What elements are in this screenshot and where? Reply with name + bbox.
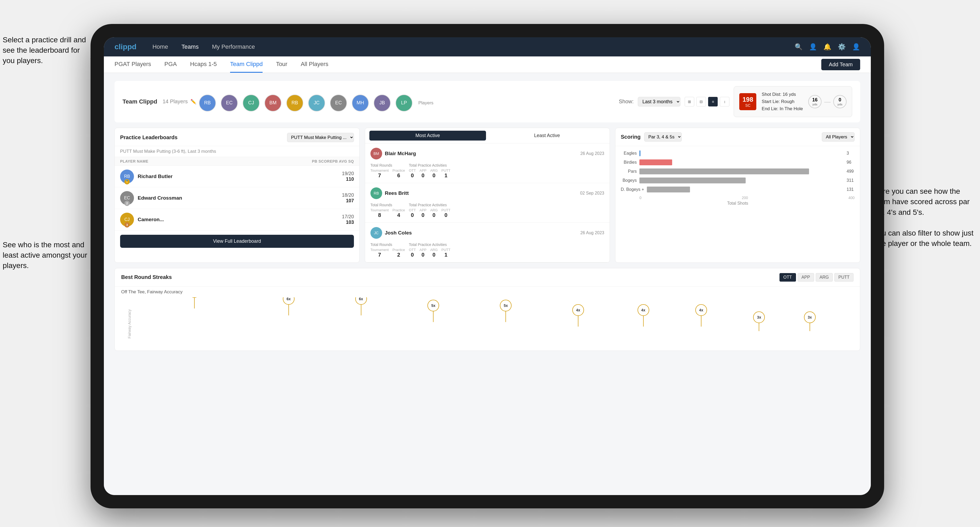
player-avatar-8[interactable]: MH xyxy=(352,94,369,111)
activity-card: Most Active Least Active BM Blair McHarg… xyxy=(365,128,610,263)
streaks-section: Best Round Streaks OTT APP ARG PUTT Off … xyxy=(115,268,860,351)
view-grid-icon[interactable]: ⊞ xyxy=(685,97,694,106)
scoring-title: Scoring xyxy=(621,134,641,140)
bell-icon[interactable]: 🔔 xyxy=(823,43,831,51)
nav-teams[interactable]: Teams xyxy=(181,43,199,50)
tab-most-active[interactable]: Most Active xyxy=(369,131,486,141)
subnav-pgat[interactable]: PGAT Players xyxy=(115,56,151,73)
streak-bubble-3: 6x xyxy=(355,297,367,316)
act-name-3: Josh Coles xyxy=(385,230,412,236)
act-stats-3: Total Rounds Tournament 7 Practice 2 xyxy=(371,243,604,258)
subnav-hcaps[interactable]: Hcaps 1-5 xyxy=(190,56,217,73)
act-date-1: 26 Aug 2023 xyxy=(580,151,604,156)
view-table-icon[interactable]: ⊟ xyxy=(696,97,706,106)
subnav-team-clippd[interactable]: Team Clippd xyxy=(230,56,262,73)
leaderboard-subtitle: PUTT Must Make Putting (3-6 ft), Last 3 … xyxy=(115,146,359,157)
streaks-tab-app[interactable]: APP xyxy=(797,273,814,282)
players-row: RB EC CJ BM RB JC EC MH JB LP Players xyxy=(199,94,434,111)
act-avatar-3: JC xyxy=(371,227,382,239)
team-title: Team Clippd xyxy=(123,98,157,105)
nav-my-performance[interactable]: My Performance xyxy=(212,43,255,50)
chart-bar-wrap-pars xyxy=(640,168,844,174)
practice-leaderboard-card: Practice Leaderboards PUTT Must Make Put… xyxy=(115,128,360,263)
subnav-pga[interactable]: PGA xyxy=(164,56,177,73)
chart-axis: 0 200 400 xyxy=(621,195,854,200)
shot-dist-val: 198 xyxy=(743,96,753,103)
subnav-all-players[interactable]: All Players xyxy=(301,56,328,73)
scoring-player-select[interactable]: All Players xyxy=(822,132,854,141)
badge-silver: 2 xyxy=(124,201,130,206)
tablet-frame: clippd Home Teams My Performance 🔍 👤 🔔 ⚙… xyxy=(91,24,884,508)
shot-connector: — xyxy=(824,98,830,105)
chart-bar-dbogeys xyxy=(647,187,690,192)
leaderboard-score-2: 18/20 107 xyxy=(342,192,354,204)
drill-select[interactable]: PUTT Must Make Putting ... xyxy=(287,133,354,142)
act-player-header-2: RB Rees Britt 02 Sep 2023 xyxy=(371,187,604,199)
chart-label-dbogeys: D. Bogeys + xyxy=(621,187,644,192)
act-name-2: Rees Britt xyxy=(385,190,409,196)
settings-icon[interactable]: ⚙️ xyxy=(838,43,846,51)
streaks-tab-putt[interactable]: PUTT xyxy=(834,273,854,282)
shot-circle-hole: 0 yds xyxy=(833,95,846,108)
chart-bar-wrap-eagles xyxy=(640,151,844,156)
player-avatar-4[interactable]: BM xyxy=(264,94,282,111)
act-name-1: Blair McHarg xyxy=(385,151,416,157)
view-icons: ⊞ ⊟ ≡ ↕ xyxy=(685,97,729,106)
annotation-bottom-left: See who is the most and least active amo… xyxy=(3,240,88,271)
act-date-2: 02 Sep 2023 xyxy=(580,191,604,195)
act-player-info-2: RB Rees Britt xyxy=(371,187,409,199)
player-avatar-7[interactable]: EC xyxy=(330,94,347,111)
streak-bubble-1: 7x xyxy=(189,297,200,309)
streak-bubble-5: 5x xyxy=(500,300,512,322)
tab-least-active[interactable]: Least Active xyxy=(488,131,605,141)
annotation-top-left: Select a practice drill and see the lead… xyxy=(3,35,88,66)
shot-display: 198 SC Shot Dist: 16 yds Start Lie: Roug… xyxy=(733,86,852,117)
player-avatar-5[interactable]: RB xyxy=(286,94,303,111)
view-list-icon[interactable]: ≡ xyxy=(708,97,718,106)
chart-bar-wrap-dbogeys xyxy=(647,187,844,192)
act-total-rounds-group-2: Total Rounds Tournament 8 Practice 4 xyxy=(371,203,407,218)
streaks-tab-ott[interactable]: OTT xyxy=(780,273,796,282)
search-icon[interactable]: 🔍 xyxy=(795,43,803,51)
edit-icon[interactable]: ✏️ xyxy=(190,99,196,105)
player-avatar-3[interactable]: CJ xyxy=(243,94,259,111)
avatar-icon[interactable]: 👤 xyxy=(852,43,860,51)
people-icon[interactable]: 👤 xyxy=(809,43,817,51)
subnav: PGAT Players PGA Hcaps 1-5 Team Clippd T… xyxy=(104,56,871,73)
leaderboard-player-name-1: Richard Butler xyxy=(138,173,338,179)
view-sort-icon[interactable]: ↕ xyxy=(720,97,729,106)
streaks-tabs: OTT APP ARG PUTT xyxy=(780,273,854,282)
chart-row-birdies: Birdies 96 xyxy=(621,159,854,165)
act-stats-1: Total Rounds Tournament 7 Practice 6 xyxy=(371,163,604,179)
add-team-button[interactable]: Add Team xyxy=(821,59,860,70)
team-player-count: 14 Players xyxy=(162,98,188,105)
streak-bubble-6: 4x xyxy=(572,304,584,327)
view-full-leaderboard-button[interactable]: View Full Leaderboard xyxy=(120,235,354,248)
player-avatar-9[interactable]: JB xyxy=(374,94,391,111)
act-avatar-2: RB xyxy=(371,187,382,199)
player-avatar-2[interactable]: EC xyxy=(221,94,238,111)
player-avatar-10[interactable]: LP xyxy=(396,94,412,111)
shot-circle-yds: 16 yds xyxy=(808,95,822,108)
act-stats-2: Total Rounds Tournament 8 Practice 4 xyxy=(371,203,604,218)
brand-logo: clippd xyxy=(115,43,136,51)
player-avatar-1[interactable]: RB xyxy=(199,94,216,111)
streaks-chart: Fairway Accuracy 7x 6x xyxy=(115,297,860,351)
scoring-par-filter[interactable]: Par 3, 4 & 5s xyxy=(644,132,682,141)
leaderboard-avatar-1: RB 🥇 xyxy=(120,170,134,183)
leaderboard-player-info-1: Richard Butler xyxy=(138,173,338,179)
leaderboard-avatar-2: EC 2 xyxy=(120,191,134,205)
player-avatar-6[interactable]: JC xyxy=(308,94,325,111)
activity-player-1: BM Blair McHarg 26 Aug 2023 Total Rounds… xyxy=(365,143,609,183)
nav-home[interactable]: Home xyxy=(152,43,168,50)
streaks-header: Best Round Streaks OTT APP ARG PUTT xyxy=(115,268,860,287)
streaks-tab-arg[interactable]: ARG xyxy=(816,273,833,282)
leaderboard-row-2: EC 2 Edward Crossman 18/20 107 xyxy=(115,187,359,209)
chart-row-eagles: Eagles 3 xyxy=(621,151,854,156)
tablet-screen: clippd Home Teams My Performance 🔍 👤 🔔 ⚙… xyxy=(104,37,871,495)
subnav-tour[interactable]: Tour xyxy=(276,56,287,73)
team-right: Show: Last 3 months ⊞ ⊟ ≡ ↕ 198 S xyxy=(619,86,852,117)
show-period-select[interactable]: Last 3 months xyxy=(638,97,680,106)
leaderboard-player-info-3: Cameron... xyxy=(138,217,338,222)
streak-bubble-9: 3x xyxy=(753,311,765,331)
